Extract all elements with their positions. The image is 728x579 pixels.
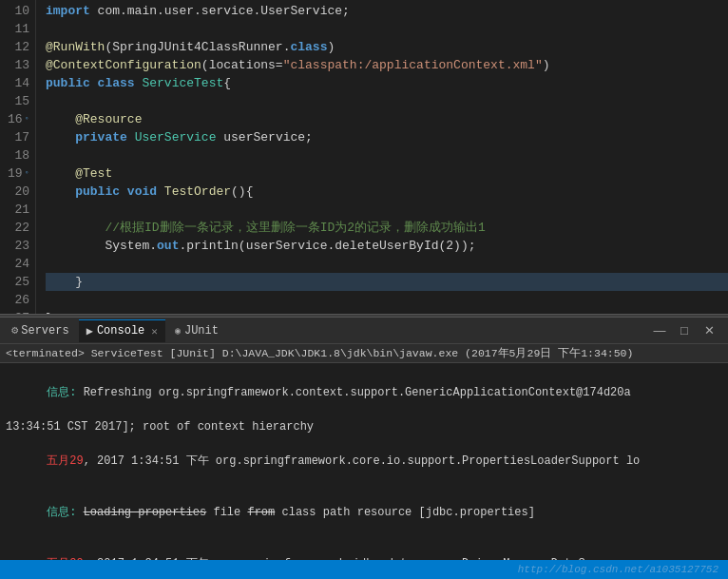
console-line: 五月29, 2017 1:34:51 下午 org.springframewor…: [6, 538, 722, 560]
tab-bar-actions: — □ ✕: [650, 321, 724, 340]
servers-icon: ⚙: [11, 323, 18, 338]
tab-bar: ⚙ Servers ▶ Console ✕ ◉ JUnit — □ ✕: [0, 318, 728, 344]
code-content: import com.main.user.service.UserService…: [36, 0, 728, 314]
code-line: [46, 146, 728, 164]
code-line: public void TestOrder(){: [46, 183, 728, 201]
watermark-text: http://blog.csdn.net/a1035127752: [518, 564, 718, 575]
code-line: [46, 291, 728, 309]
keyword: import: [46, 2, 98, 20]
console-icon: ▶: [86, 324, 93, 338]
console-status: <terminated> ServiceTest [JUnit] D:\JAVA…: [0, 344, 728, 363]
tab-console[interactable]: ▶ Console ✕: [79, 319, 165, 342]
tab-servers[interactable]: ⚙ Servers: [4, 319, 77, 342]
console-panel: ⚙ Servers ▶ Console ✕ ◉ JUnit — □ ✕ <ter…: [0, 318, 728, 579]
line-numbers: 10 11 12 13 14 15 16◦ 17 18 19◦ 20 21 22…: [0, 0, 36, 314]
minimize-button[interactable]: —: [650, 321, 669, 340]
code-line: @Test: [46, 164, 728, 183]
code-line: [46, 92, 728, 110]
code-line: //根据ID删除一条记录，这里删除一条ID为2的记录，删除成功输出1: [46, 219, 728, 237]
console-line: 信息: Refreshing org.springframework.conte…: [6, 367, 722, 418]
tab-console-close[interactable]: ✕: [151, 325, 158, 338]
tab-junit[interactable]: ◉ JUnit: [167, 319, 226, 342]
code-editor: 10 11 12 13 14 15 16◦ 17 18 19◦ 20 21 22…: [0, 0, 728, 314]
code-line: System.out.println(userService.deleteUse…: [46, 237, 728, 255]
console-line: 五月29, 2017 1:34:51 下午 org.springframewor…: [6, 435, 722, 487]
junit-icon: ◉: [175, 325, 181, 337]
code-line: @RunWith(SpringJUnit4ClassRunner.class): [46, 38, 728, 56]
bottom-bar: http://blog.csdn.net/a1035127752: [0, 560, 728, 579]
code-line: @ContextConfiguration(locations="classpa…: [46, 56, 728, 74]
code-line: }: [46, 309, 728, 314]
tab-junit-label: JUnit: [184, 324, 219, 338]
console-status-text: <terminated> ServiceTest [JUnit] D:\JAVA…: [6, 347, 633, 359]
code-line: [46, 20, 728, 38]
code-line: public class ServiceTest{: [46, 74, 728, 92]
tab-console-label: Console: [97, 324, 144, 338]
code-line: [46, 255, 728, 273]
code-line: private UserService userService;: [46, 128, 728, 146]
console-output[interactable]: 信息: Refreshing org.springframework.conte…: [0, 363, 728, 560]
close-panel-button[interactable]: ✕: [699, 321, 718, 340]
code-line: import com.main.user.service.UserService…: [46, 2, 728, 20]
tab-servers-label: Servers: [21, 324, 68, 338]
console-line: 信息: Loading properties file from class p…: [6, 487, 722, 538]
console-line: 13:34:51 CST 2017]; root of context hier…: [6, 418, 722, 435]
code-line: [46, 201, 728, 219]
maximize-button[interactable]: □: [675, 321, 694, 340]
code-line: @Resource: [46, 110, 728, 128]
code-line: }: [46, 273, 728, 291]
